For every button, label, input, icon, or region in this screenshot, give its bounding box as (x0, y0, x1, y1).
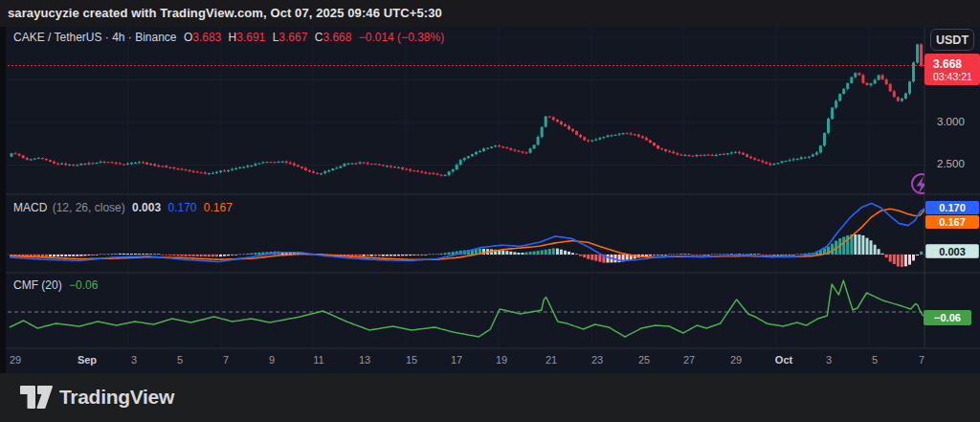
last-price-badge: 3.668 03:43:21 (924, 54, 980, 85)
time-tick-label: Sep (78, 354, 97, 366)
chart-widget[interactable]: CAKE / TetherUS · 4h · Binance O3.683 H3… (6, 27, 980, 373)
time-tick-label: 7 (919, 354, 924, 366)
flash-icon (910, 172, 932, 194)
time-tick-label: 5 (872, 354, 878, 366)
price-scale-label: 3.000 (930, 116, 980, 127)
macd-signal-badge: 0.167 (925, 215, 979, 229)
ohlc-open-label: O (184, 31, 192, 44)
time-tick-label: 9 (269, 354, 275, 366)
footer-band: TradingView (0, 373, 980, 422)
attribution-band: sarayucyzie created with TradingView.com… (0, 0, 980, 27)
last-price-value: 3.668 (933, 57, 962, 71)
time-tick-label: 3 (826, 354, 832, 366)
macd-params: (12, 26, close) (53, 201, 125, 214)
time-tick-label: 19 (496, 354, 507, 366)
time-axis[interactable]: 29Sep357911131517192123252729Oct357 (6, 348, 980, 373)
symbol-legend[interactable]: CAKE / TetherUS · 4h · Binance O3.683 H3… (13, 31, 448, 44)
ohlc-low-value: 3.667 (278, 31, 307, 44)
currency-toggle-button[interactable]: USDT (930, 29, 974, 51)
time-tick-label: 29 (730, 354, 742, 366)
time-tick-label: 5 (177, 354, 183, 366)
cmf-legend[interactable]: CMF (20) −0.06 (13, 278, 101, 292)
ohlc-close-value: 3.668 (323, 31, 351, 44)
time-tick-label: 17 (451, 354, 462, 366)
time-tick-label: Oct (775, 354, 792, 366)
time-tick-label: 29 (10, 354, 21, 366)
time-tick-label: 7 (223, 354, 229, 366)
time-tick-label: 11 (313, 354, 323, 366)
cmf-name: CMF (20) (13, 278, 62, 292)
time-tick-label: 21 (546, 354, 557, 366)
time-tick-label: 15 (406, 354, 417, 366)
symbol-title: CAKE / TetherUS · 4h · Binance (13, 31, 177, 44)
tradingview-wordmark[interactable]: TradingView (59, 386, 174, 409)
time-tick-label: 27 (683, 354, 695, 366)
cmf-badge: −0.06 (924, 310, 971, 325)
macd-hist-value: 0.003 (132, 201, 161, 214)
ohlc-high-value: 3.691 (236, 31, 265, 44)
attribution-text: sarayucyzie created with TradingView.com… (8, 6, 442, 20)
bar-countdown: 03:43:21 (933, 71, 972, 82)
cmf-value: −0.06 (69, 278, 98, 292)
chart-canvas[interactable] (6, 27, 980, 373)
macd-name: MACD (13, 201, 47, 214)
macd-legend[interactable]: MACD (12, 26, close) 0.003 0.170 0.167 (13, 201, 236, 214)
macd-line-badge: 0.170 (925, 201, 979, 214)
time-tick-label: 13 (359, 354, 370, 366)
ohlc-change: −0.014 (−0.38%) (359, 31, 444, 44)
time-tick-label: 23 (591, 354, 603, 366)
macd-signal-value: 0.167 (204, 201, 233, 214)
tradingview-snapshot: sarayucyzie created with TradingView.com… (0, 0, 980, 422)
tradingview-logo-icon[interactable] (18, 384, 55, 411)
time-tick-label: 3 (131, 354, 137, 366)
time-tick-label: 25 (638, 354, 650, 366)
price-scale-label: 2.500 (930, 158, 980, 169)
macd-line-value: 0.170 (167, 201, 196, 214)
macd-hist-badge: 0.003 (925, 244, 979, 258)
ohlc-high-label: H (229, 31, 237, 44)
ohlc-open-value: 3.683 (192, 31, 221, 44)
